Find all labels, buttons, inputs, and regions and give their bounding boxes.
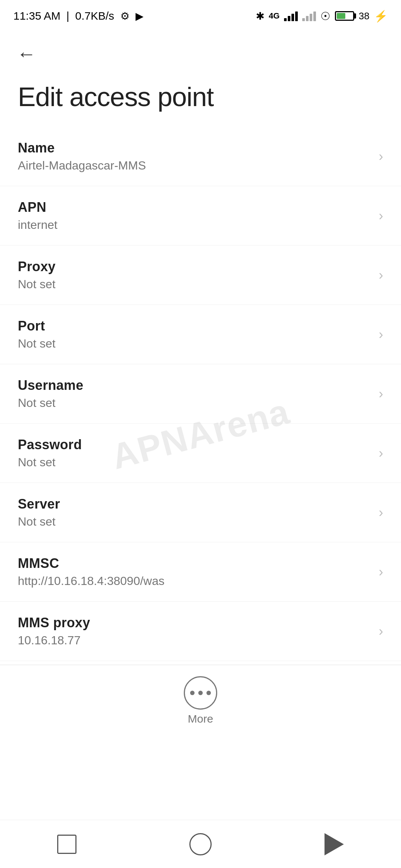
- settings-item[interactable]: APN internet ›: [0, 186, 401, 246]
- item-content: Proxy Not set: [18, 259, 371, 291]
- settings-item[interactable]: MMS proxy 10.16.18.77 ›: [0, 602, 401, 661]
- more-label: More: [188, 713, 213, 725]
- signal-bars-2: [302, 11, 316, 21]
- status-right: ✱ 4G ☉ 38 ⚡: [256, 10, 388, 23]
- item-content: Name Airtel-Madagascar-MMS: [18, 140, 371, 172]
- item-value: Not set: [18, 337, 371, 351]
- settings-list: Name Airtel-Madagascar-MMS › APN interne…: [0, 127, 401, 661]
- item-label: Password: [18, 437, 371, 453]
- nav-bar: [0, 820, 401, 868]
- video-icon: ▶: [136, 10, 144, 22]
- recents-icon: [57, 835, 76, 854]
- item-value: Not set: [18, 515, 371, 529]
- item-value: http://10.16.18.4:38090/was: [18, 574, 371, 588]
- page-title: Edit access point: [0, 74, 401, 127]
- item-value: Not set: [18, 396, 371, 410]
- item-value: Airtel-Madagascar-MMS: [18, 159, 371, 172]
- charging-icon: ⚡: [374, 10, 388, 23]
- nav-recents-button[interactable]: [48, 826, 85, 863]
- network-speed: 0.7KB/s: [75, 10, 114, 22]
- battery-icon: [335, 11, 354, 21]
- status-left: 11:35 AM | 0.7KB/s ⚙ ▶: [13, 10, 144, 22]
- more-section: More: [0, 665, 401, 736]
- chevron-right-icon: ›: [379, 327, 383, 342]
- settings-item[interactable]: Port Not set ›: [0, 305, 401, 364]
- item-label: Name: [18, 140, 371, 156]
- item-label: APN: [18, 200, 371, 215]
- chevron-right-icon: ›: [379, 386, 383, 402]
- item-content: Password Not set: [18, 437, 371, 469]
- item-value: Not set: [18, 456, 371, 469]
- item-label: Proxy: [18, 259, 371, 274]
- settings-item[interactable]: MMSC http://10.16.18.4:38090/was ›: [0, 542, 401, 602]
- settings-item[interactable]: Password Not set ›: [0, 424, 401, 483]
- home-icon: [189, 833, 212, 855]
- more-dots-icon: [190, 691, 211, 695]
- settings-item[interactable]: Proxy Not set ›: [0, 246, 401, 305]
- item-value: internet: [18, 218, 371, 232]
- settings-item[interactable]: Name Airtel-Madagascar-MMS ›: [0, 127, 401, 186]
- settings-item[interactable]: Server Not set ›: [0, 483, 401, 542]
- item-label: Server: [18, 496, 371, 512]
- network-4g-icon: 4G: [269, 11, 280, 21]
- chevron-right-icon: ›: [379, 564, 383, 580]
- chevron-right-icon: ›: [379, 208, 383, 224]
- item-content: APN internet: [18, 200, 371, 232]
- more-button[interactable]: More: [184, 676, 217, 725]
- item-value: 10.16.18.77: [18, 634, 371, 647]
- item-content: Username Not set: [18, 378, 371, 410]
- item-content: MMS proxy 10.16.18.77: [18, 615, 371, 647]
- settings-item[interactable]: Username Not set ›: [0, 364, 401, 424]
- bluetooth-icon: ✱: [256, 10, 264, 22]
- item-content: MMSC http://10.16.18.4:38090/was: [18, 556, 371, 588]
- signal-bars-1: [284, 11, 298, 21]
- item-content: Server Not set: [18, 496, 371, 529]
- chevron-right-icon: ›: [379, 445, 383, 461]
- item-value: Not set: [18, 277, 371, 291]
- top-nav: ←: [0, 30, 401, 74]
- item-label: MMSC: [18, 556, 371, 571]
- back-button[interactable]: ←: [13, 41, 39, 67]
- back-icon: [325, 833, 344, 855]
- chevron-right-icon: ›: [379, 624, 383, 639]
- status-bar: 11:35 AM | 0.7KB/s ⚙ ▶ ✱ 4G ☉ 38 ⚡: [0, 0, 401, 30]
- more-circle-icon: [184, 676, 217, 710]
- item-label: Port: [18, 318, 371, 334]
- battery-percent: 38: [359, 10, 369, 22]
- item-label: MMS proxy: [18, 615, 371, 631]
- chevron-right-icon: ›: [379, 267, 383, 283]
- item-label: Username: [18, 378, 371, 393]
- time: 11:35 AM: [13, 10, 61, 22]
- chevron-right-icon: ›: [379, 149, 383, 164]
- settings-icon: ⚙: [120, 10, 130, 22]
- chevron-right-icon: ›: [379, 505, 383, 520]
- nav-home-button[interactable]: [182, 826, 219, 863]
- back-arrow-icon: ←: [17, 44, 36, 63]
- wifi-icon: ☉: [320, 10, 330, 23]
- separator: |: [66, 10, 69, 22]
- item-content: Port Not set: [18, 318, 371, 351]
- nav-back-button[interactable]: [316, 826, 353, 863]
